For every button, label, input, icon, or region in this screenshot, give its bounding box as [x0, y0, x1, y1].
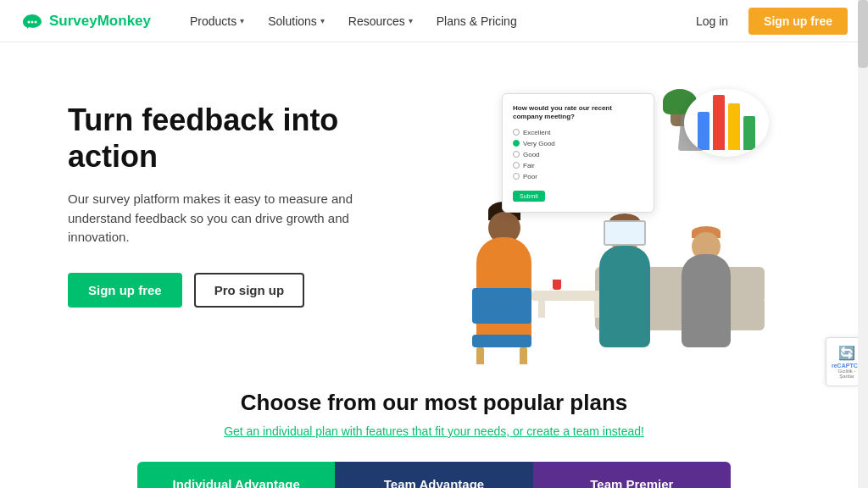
option-label: Excellent — [523, 129, 550, 136]
survey-option-4: Fair — [513, 162, 643, 169]
chevron-down-icon: ▾ — [240, 16, 244, 25]
person2 — [599, 246, 650, 347]
option-label: Fair — [523, 162, 535, 169]
person1 — [476, 237, 531, 347]
survey-option-1: Excellent — [513, 129, 643, 136]
laptop — [604, 220, 646, 246]
radio-icon — [513, 151, 520, 158]
survey-option-5: Poor — [513, 173, 643, 180]
hero-illustration: How would you rate our recent company me… — [451, 85, 773, 347]
chair-leg2 — [520, 347, 527, 364]
subtitle-post: features that fit your needs, or create … — [363, 424, 644, 438]
hero-section: Turn feedback into action Our survey pla… — [0, 42, 868, 364]
chair-leg1 — [476, 347, 484, 364]
plans-section: Choose from our most popular plans Get a… — [0, 364, 868, 488]
nav-products-label: Products — [190, 14, 236, 28]
nav-solutions-label: Solutions — [268, 14, 317, 28]
navbar: SurveyMonkey Products ▾ Solutions ▾ Reso… — [0, 0, 868, 42]
table-leg1 — [538, 301, 545, 318]
subtitle-link[interactable]: with — [342, 424, 363, 438]
plan-individual-tab[interactable]: Individual Advantage — [137, 462, 335, 488]
hero-subtitle: Our survey platform makes it easy to mea… — [68, 190, 390, 247]
chart-bar-1 — [698, 112, 709, 150]
subtitle-pre: Get an individual plan — [224, 424, 342, 438]
person2-body — [599, 246, 650, 347]
chart-bar-3 — [728, 103, 740, 150]
hero-text: Turn feedback into action Our survey pla… — [68, 85, 424, 308]
plan-tabs: Individual Advantage Team Advantage Team… — [137, 462, 731, 488]
navbar-nav: Products ▾ Solutions ▾ Resources ▾ Plans… — [178, 0, 686, 42]
person3 — [682, 254, 731, 347]
hero-signup-button[interactable]: Sign up free — [68, 273, 182, 308]
survey-card: How would you rate our recent company me… — [502, 93, 654, 213]
chart-bar-4 — [743, 116, 755, 150]
chart-bar-2 — [713, 95, 725, 150]
logo[interactable]: SurveyMonkey — [20, 13, 151, 30]
logo-text: SurveyMonkey — [49, 13, 151, 30]
coffee-cup — [553, 280, 561, 290]
option-label: Good — [523, 151, 540, 158]
hero-image: How would you rate our recent company me… — [424, 85, 800, 347]
chevron-down-icon: ▾ — [320, 16, 325, 25]
nav-resources[interactable]: Resources ▾ — [337, 0, 425, 42]
chair-back — [472, 288, 531, 324]
svg-point-0 — [28, 20, 31, 23]
chevron-down-icon: ▾ — [409, 16, 413, 25]
radio-icon — [513, 173, 520, 180]
option-label: Very Good — [523, 140, 555, 147]
svg-point-2 — [35, 20, 37, 23]
scrollbar-thumb[interactable] — [858, 0, 868, 68]
option-label: Poor — [523, 173, 537, 180]
hero-pro-button[interactable]: Pro sign up — [194, 273, 305, 308]
laptop-screen — [605, 222, 644, 244]
nav-resources-label: Resources — [348, 14, 405, 28]
radio-selected-icon — [513, 140, 520, 147]
nav-pricing[interactable]: Plans & Pricing — [425, 0, 529, 42]
person3-body — [682, 254, 731, 347]
hero-buttons: Sign up free Pro sign up — [68, 273, 424, 308]
plans-title: Choose from our most popular plans — [68, 390, 800, 416]
nav-products[interactable]: Products ▾ — [178, 0, 256, 42]
survey-option-2: Very Good — [513, 140, 643, 147]
coffee-table — [531, 291, 608, 301]
plan-premier-tab[interactable]: Team Premier — [533, 462, 731, 488]
signup-button[interactable]: Sign up free — [748, 8, 848, 35]
scrollbar-track[interactable] — [858, 0, 868, 488]
svg-point-1 — [31, 20, 34, 23]
nav-solutions[interactable]: Solutions ▾ — [256, 0, 337, 42]
login-button[interactable]: Log in — [686, 9, 738, 33]
navbar-actions: Log in Sign up free — [686, 8, 848, 35]
chart-card — [684, 89, 769, 157]
survey-card-title: How would you rate our recent company me… — [513, 104, 643, 122]
survey-submit-button[interactable]: Submit — [513, 191, 545, 202]
hero-title: Turn feedback into action — [68, 102, 424, 175]
radio-icon — [513, 162, 520, 169]
nav-pricing-label: Plans & Pricing — [437, 14, 517, 28]
logo-icon — [20, 13, 44, 30]
plans-subtitle: Get an individual plan with features tha… — [68, 424, 800, 438]
plan-team-tab[interactable]: Team Advantage — [335, 462, 532, 488]
radio-icon — [513, 129, 520, 136]
survey-option-3: Good — [513, 151, 643, 158]
